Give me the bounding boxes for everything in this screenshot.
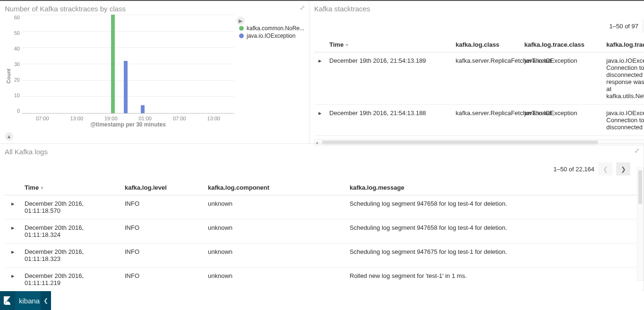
- cell-trace-full: java.io.IOException: Connection to 1 was…: [602, 105, 644, 136]
- cell-message: Rolled new log segment for 'test-1' in 1…: [346, 268, 639, 292]
- cell-level: INFO: [121, 243, 204, 268]
- footer-chevron-icon[interactable]: ❮: [41, 291, 51, 310]
- plot-area[interactable]: [22, 15, 234, 114]
- cell-message: Scheduling log segment 947658 for log te…: [346, 195, 639, 219]
- xtick: 07:00: [36, 116, 49, 121]
- cell-component: unknown: [204, 219, 346, 243]
- cell-message: Scheduling log segment 947675 for log te…: [346, 243, 639, 268]
- ytick: 60: [12, 15, 20, 20]
- table-row[interactable]: ▸December 19th 2016, 21:54:13.188kafka.s…: [314, 105, 644, 136]
- x-axis-label: @timestamp per 30 minutes: [22, 121, 234, 128]
- chart-bar[interactable]: [141, 105, 145, 113]
- logs-panel: All Kafka logs ⤢ 1–50 of 22,164 ❮ ❯: [0, 143, 644, 291]
- logs-pager: 1–50 of 22,164 ❮ ❯: [5, 158, 639, 180]
- cell-trace-class: java.io.IOException: [521, 52, 603, 105]
- kibana-footer[interactable]: kibana ❮: [0, 291, 51, 310]
- column-header-time[interactable]: Time▼: [21, 180, 121, 195]
- column-header-time[interactable]: Time▼: [326, 37, 452, 52]
- cell-trace-full: java.io.IOException: Connection to 0 was…: [602, 52, 644, 105]
- ytick: 10: [12, 92, 20, 98]
- expand-icon[interactable]: ⤢: [300, 4, 305, 11]
- table-row[interactable]: ▸December 20th 2016, 01:11:18.323INFOunk…: [5, 243, 639, 268]
- cell-time: December 20th 2016, 01:11:18.324: [21, 219, 121, 243]
- ytick: 30: [12, 61, 20, 67]
- legend-label: kafka.common.NoRe...: [247, 25, 304, 32]
- top-row: Number of Kafka stracktraces by class ⤢ …: [0, 1, 644, 143]
- expand-column-header: [314, 37, 326, 52]
- column-header-message[interactable]: kafka.log.message: [346, 180, 639, 195]
- ytick: 50: [12, 30, 20, 36]
- xtick: 13:00: [70, 116, 83, 121]
- legend-item[interactable]: java.io.IOException: [239, 33, 304, 39]
- sort-caret-icon: ▼: [344, 42, 349, 48]
- row-expand-icon[interactable]: ▸: [314, 105, 326, 136]
- ytick: 40: [12, 46, 20, 51]
- cell-time: December 19th 2016, 21:54:13.188: [326, 105, 452, 136]
- table-row[interactable]: ▸December 20th 2016, 01:11:11.219INFOunk…: [5, 268, 639, 292]
- column-header-class[interactable]: kafka.log.class: [452, 37, 520, 52]
- pager-next-button[interactable]: ❯: [616, 162, 630, 176]
- cell-time: December 20th 2016, 01:11:11.219: [21, 268, 121, 292]
- row-expand-icon[interactable]: ▸: [5, 268, 21, 292]
- pager-prev-button[interactable]: ❮: [642, 19, 644, 33]
- row-expand-icon[interactable]: ▸: [5, 243, 21, 268]
- kibana-logo-icon: [0, 291, 15, 310]
- stacktraces-panel: Kafka stacktraces ⤢ 1–50 of 97 ❮ ❯: [309, 1, 644, 143]
- dashboard: Number of Kafka stracktraces by class ⤢ …: [0, 0, 644, 291]
- row-expand-icon[interactable]: ▸: [314, 52, 326, 105]
- cell-time: December 20th 2016, 01:11:18.323: [21, 243, 121, 268]
- legend-label: java.io.IOException: [247, 33, 295, 39]
- chart-panel: Number of Kafka stracktraces by class ⤢ …: [0, 1, 309, 143]
- cell-time: December 20th 2016, 01:11:18.570: [21, 195, 121, 219]
- column-header-level[interactable]: kafka.log.level: [121, 180, 204, 195]
- xtick: 01:00: [138, 116, 152, 121]
- legend-item[interactable]: kafka.common.NoRe...: [239, 25, 304, 32]
- row-expand-icon[interactable]: ▸: [5, 219, 21, 243]
- chart-area: Count 60 50 40 30 20 10 0: [5, 15, 304, 137]
- panel-collapse-icon[interactable]: ▲: [5, 132, 13, 141]
- ytick: 0: [12, 108, 20, 114]
- cell-level: INFO: [121, 195, 204, 219]
- plot-column: Count 60 50 40 30 20 10 0: [5, 15, 234, 137]
- row-expand-icon[interactable]: ▸: [5, 195, 21, 219]
- chart-panel-title: Number of Kafka stracktraces by class: [5, 5, 304, 13]
- stacktraces-table: Time▼ kafka.log.class kafka.log.trace.cl…: [314, 37, 644, 136]
- cell-level: INFO: [121, 219, 204, 243]
- logs-table: Time▼ kafka.log.level kafka.log.componen…: [5, 180, 639, 291]
- xtick: 19:00: [104, 116, 118, 121]
- column-header-component[interactable]: kafka.log.component: [204, 180, 346, 195]
- cell-component: unknown: [204, 268, 346, 292]
- vertical-scrollbar[interactable]: [637, 168, 644, 281]
- legend-dot-icon: [239, 26, 244, 31]
- stacktraces-table-wrap: Time▼ kafka.log.class kafka.log.trace.cl…: [314, 37, 644, 139]
- x-ticks: 07:00 13:00 19:00 01:00 07:00 13:00: [22, 114, 234, 121]
- cell-time: December 19th 2016, 21:54:13.189: [326, 52, 452, 105]
- column-header-trace-full[interactable]: kafka.log.trace.full: [602, 37, 644, 52]
- pager-label: 1–50 of 22,164: [553, 166, 594, 173]
- cell-component: unknown: [204, 243, 346, 268]
- kibana-label: kibana: [15, 297, 41, 305]
- cell-class: kafka.server.ReplicaFetcherThread: [452, 52, 520, 105]
- table-row[interactable]: ▸December 20th 2016, 01:11:18.570INFOunk…: [5, 195, 639, 219]
- cell-level: INFO: [121, 268, 204, 292]
- stacktraces-pager: 1–50 of 97 ❮ ❯: [314, 15, 644, 37]
- chart-legend: ▶ kafka.common.NoRe... java.io.IOExcepti…: [234, 15, 304, 137]
- ytick: 20: [12, 77, 20, 83]
- table-row[interactable]: ▸December 19th 2016, 21:54:13.189kafka.s…: [314, 52, 644, 105]
- y-axis-label: Count: [5, 26, 12, 126]
- column-header-trace-class[interactable]: kafka.log.trace.class: [521, 37, 603, 52]
- y-ticks: 60 50 40 30 20 10 0: [12, 15, 22, 114]
- chart-bar[interactable]: [124, 61, 128, 113]
- cell-message: Scheduling log segment 947658 for log te…: [346, 219, 639, 243]
- pager-label: 1–50 of 97: [610, 23, 638, 30]
- table-row[interactable]: ▸December 20th 2016, 01:11:18.324INFOunk…: [5, 219, 639, 243]
- pager-prev-button[interactable]: ❮: [598, 162, 612, 176]
- expand-icon[interactable]: ⤢: [634, 147, 640, 154]
- cell-trace-class: java.io.IOException: [521, 105, 603, 136]
- legend-collapse-icon[interactable]: ▶: [236, 17, 245, 25]
- expand-column-header: [5, 180, 21, 195]
- cell-component: unknown: [204, 195, 346, 219]
- scrollbar-thumb[interactable]: [638, 170, 642, 204]
- legend-dot-icon: [239, 34, 244, 38]
- chart-bar[interactable]: [111, 15, 115, 113]
